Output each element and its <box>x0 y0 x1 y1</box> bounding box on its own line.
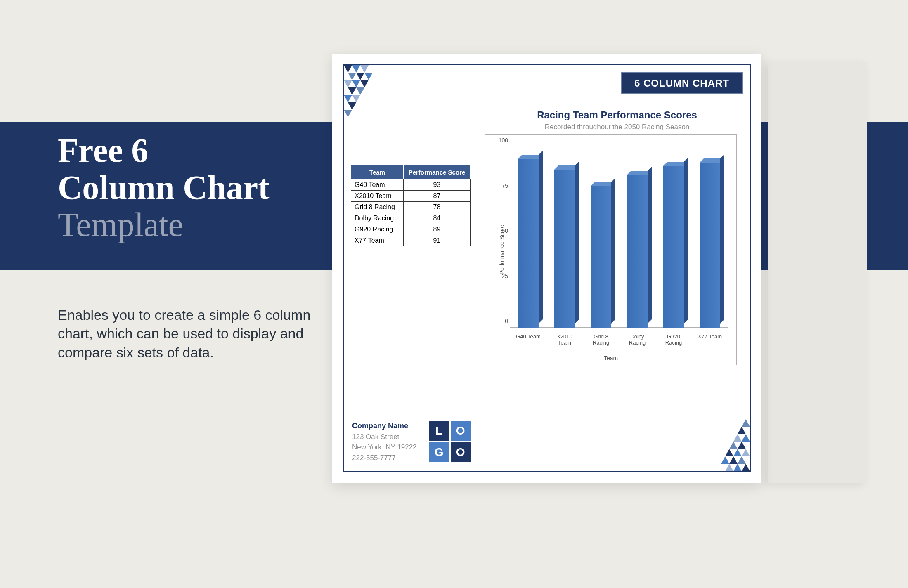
logo-cell-2: O <box>451 421 471 441</box>
table-row: Dolby Racing84 <box>351 213 471 224</box>
table-cell-team: Dolby Racing <box>351 213 404 224</box>
company-address-2: New York, NY 19222 <box>352 442 417 453</box>
category-labels: G40 TeamX2010 TeamGrid 8 RacingDolby Rac… <box>510 333 728 346</box>
description-text: Enables you to create a simple 6 column … <box>58 306 322 363</box>
chart-title: Racing Team Performance Scores <box>497 109 737 121</box>
title-line-1: Free 6 <box>58 132 322 169</box>
data-table: Team Performance Score G40 Team93X2010 T… <box>351 165 471 246</box>
table-cell-team: G40 Team <box>351 179 404 191</box>
document-card: 6 COLUMN CHART Racing Team Performance S… <box>332 54 761 483</box>
company-info-block: Company Name 123 Oak Street New York, NY… <box>352 420 417 463</box>
logo-cell-1: L <box>429 421 449 441</box>
x-axis-label: Team <box>485 355 736 361</box>
category-label: X2010 Team <box>550 333 579 346</box>
title-line-2: Column Chart <box>58 169 322 206</box>
company-phone: 222-555-7777 <box>352 453 417 463</box>
bar <box>589 186 613 328</box>
table-cell-score: 93 <box>403 179 470 191</box>
y-tick: 100 <box>494 137 508 144</box>
company-name: Company Name <box>352 420 417 432</box>
table-row: X2010 Team87 <box>351 191 471 202</box>
table-cell-score: 91 <box>403 235 470 246</box>
bar <box>516 159 541 328</box>
table-row: G920 Racing89 <box>351 224 471 235</box>
table-row: X77 Team91 <box>351 235 471 246</box>
table-cell-team: X77 Team <box>351 235 404 246</box>
category-label: G920 Racing <box>659 333 688 346</box>
chart-badge: 6 COLUMN CHART <box>621 72 743 94</box>
bar <box>552 170 577 328</box>
category-label: G40 Team <box>514 333 543 346</box>
left-panel: Free 6 Column Chart Template Enables you… <box>58 132 322 362</box>
y-tick: 75 <box>494 182 508 189</box>
table-row: G40 Team93 <box>351 179 471 191</box>
plot-region: 0255075100 <box>510 147 728 328</box>
y-tick: 0 <box>494 318 508 324</box>
table-cell-team: X2010 Team <box>351 191 404 202</box>
table-cell-score: 84 <box>403 213 470 224</box>
bar-group <box>510 147 728 328</box>
table-cell-team: Grid 8 Racing <box>351 202 404 213</box>
table-cell-team: G920 Racing <box>351 224 404 235</box>
chart-subtitle: Recorded throughout the 2050 Racing Seas… <box>497 123 737 131</box>
table-header-team: Team <box>351 165 404 179</box>
table-header-score: Performance Score <box>403 165 470 179</box>
bar <box>698 163 722 328</box>
table-cell-score: 89 <box>403 224 470 235</box>
table-cell-score: 87 <box>403 191 470 202</box>
logo-cell-4: O <box>451 442 471 462</box>
bar <box>661 166 686 328</box>
logo-cell-3: G <box>429 442 449 462</box>
table-cell-score: 78 <box>403 202 470 213</box>
title-line-3: Template <box>58 206 322 243</box>
category-label: Dolby Racing <box>623 333 652 346</box>
logo-icon: L O G O <box>429 421 471 462</box>
y-tick: 25 <box>494 273 508 279</box>
category-label: Grid 8 Racing <box>586 333 615 346</box>
category-label: X77 Team <box>695 333 724 346</box>
stacked-card-shadow <box>768 62 867 483</box>
bar <box>625 175 650 328</box>
table-row: Grid 8 Racing78 <box>351 202 471 213</box>
document-footer: Company Name 123 Oak Street New York, NY… <box>352 420 471 463</box>
chart-area: Performance Score Team 0255075100 G40 Te… <box>485 134 737 365</box>
company-address-1: 123 Oak Street <box>352 432 417 442</box>
y-tick: 50 <box>494 227 508 234</box>
